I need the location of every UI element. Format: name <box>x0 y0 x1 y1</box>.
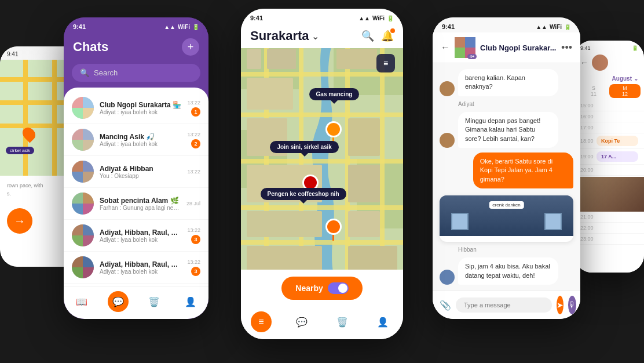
svg-rect-22 <box>247 211 322 237</box>
svg-rect-23 <box>348 211 380 237</box>
chat-badge-1: 1 <box>191 107 200 117</box>
cal-event-kopi[interactable]: Kopi Te <box>597 136 638 146</box>
phone2-nav-explore[interactable]: 📖 <box>71 291 92 312</box>
chat-time-6: 13:22 <box>187 259 200 265</box>
map-pin-1 <box>325 121 342 143</box>
phone3-map-area: ≡ Gas mancing Join sini, sirkel asik Pen… <box>241 48 403 270</box>
phone5-back-icon[interactable]: ← <box>580 58 588 67</box>
message-bubble-1: bareng kalian. Kapan enaknya? <box>458 69 558 96</box>
cal-slot-2000: 20:00 <box>575 165 644 176</box>
chat-preview-5: Adiyat : iyaa boleh kok <box>100 237 181 243</box>
phone2-nav-profile[interactable]: 👤 <box>180 291 201 312</box>
phone5-days: S 11 M 12 <box>575 84 644 98</box>
chat-info-4: Sobat pencinta Alam 🌿 Farhan : Gunung ap… <box>100 197 181 211</box>
phone3-nav-map[interactable]: ≡ <box>251 311 272 332</box>
cafe-window-2 <box>544 213 562 230</box>
msg-sender-adiyat: Adiyat <box>458 101 573 107</box>
chat-info-2: Mancing Asik 🎣 Adiyat : iyaa boleh kok <box>100 133 181 147</box>
svg-rect-17 <box>336 49 377 69</box>
chat-item-3[interactable]: Adiyat & Hibban You : Okesiapp 13:22 <box>64 156 208 188</box>
phone3-header-icons: 🔍 🔔 <box>361 30 394 42</box>
chat-item-6[interactable]: Adiyat, Hibban, Raul, Faza, Muni Adiyat … <box>64 252 208 284</box>
attachment-icon[interactable]: 📎 <box>440 300 451 311</box>
phone3-time: 9:41 <box>250 14 263 21</box>
phone3-nav-chats[interactable]: 💬 <box>291 311 312 332</box>
cal-day-m[interactable]: M 12 <box>609 84 641 98</box>
chat-info-5: Adiyat, Hibban, Raul, Faza, Muni Adiyat … <box>100 228 181 243</box>
phone3-city-selector[interactable]: Surakarta ⌄ <box>250 28 319 43</box>
chat-name-4: Sobat pencinta Alam 🌿 <box>100 197 181 205</box>
phone2-nav-groups[interactable]: 🗑️ <box>144 291 164 312</box>
search-icon: 🔍 <box>80 68 89 77</box>
phone2-search[interactable]: 🔍 Search <box>72 64 200 82</box>
phone3-nav-profile[interactable]: 👤 <box>372 311 393 332</box>
cal-slot-1800: 18:00 Kopi Te <box>575 133 644 149</box>
phone2-battery: 🔋 <box>192 24 199 30</box>
cal-day-label-m: M <box>610 85 639 91</box>
phone3-nearby-section: Nearby <box>241 270 403 307</box>
mic-button[interactable]: 🎙 <box>568 296 576 314</box>
chat-meta-1: 13:22 1 <box>187 100 200 117</box>
phone3-bottom-nav: ≡ 💬 🗑️ 👤 <box>241 307 403 339</box>
phone2-nav-chats[interactable]: 💬 <box>108 291 129 312</box>
phone-3-map: 9:41 ▲▲WiFi🔋 Surakarta ⌄ 🔍 🔔 <box>241 9 403 339</box>
chat-badge-5: 3 <box>191 235 200 244</box>
cal-event-17a[interactable]: 17 A... <box>597 151 638 162</box>
phone3-status-icons: ▲▲WiFi🔋 <box>358 15 394 21</box>
back-arrow-icon[interactable]: ← <box>441 42 450 53</box>
msg-avatar-2 <box>440 133 455 148</box>
search-icon[interactable]: 🔍 <box>361 30 374 42</box>
filter-icon[interactable]: ≡ <box>376 54 395 72</box>
message-bubble-2: Minggu depan pas banget! Gimana kalau ha… <box>458 112 558 148</box>
chat-info-6: Adiyat, Hibban, Raul, Faza, Muni Adiyat … <box>100 260 181 275</box>
svg-rect-21 <box>348 165 380 202</box>
place-card[interactable]: erenk danken Kopi Tepi Jalan (KoTeJa) 📍 … <box>440 195 573 242</box>
phone4-status-bar: 9:41 ▲▲WiFi🔋 <box>433 17 580 32</box>
phones-container: 9:41 ▲▲▲ cirkel asik rown pace, with s. … <box>0 0 644 363</box>
svg-rect-19 <box>348 118 380 156</box>
phone2-signal: ▲▲ <box>164 24 175 30</box>
chat-badge-6: 3 <box>191 267 200 276</box>
chat-item-1[interactable]: Club Ngopi Surakarta 🏪 Adiyat : iyaa bol… <box>64 92 208 124</box>
nearby-button[interactable]: Nearby <box>281 277 362 300</box>
map-bubble-2: Join sini, sirkel asik <box>270 141 339 153</box>
phone2-chat-list: Club Ngopi Surakarta 🏪 Adiyat : iyaa bol… <box>64 88 208 286</box>
chat-avatar-2 <box>72 129 94 151</box>
chat-info-3: Adiyat & Hibban You : Okesiapp <box>100 165 181 179</box>
message-row-2: Minggu depan pas banget! Gimana kalau ha… <box>440 112 573 148</box>
phone5-timeline: 15:00 16:00 17:00 18:00 Kopi Te 19:00 17… <box>575 98 644 247</box>
send-button[interactable]: ➤ <box>557 296 564 314</box>
chat-meta-3: 13:22 <box>187 169 200 175</box>
chat-preview-1: Adiyat : iyaa boleh kok <box>100 109 181 115</box>
cal-time-2300: 23:00 <box>580 236 597 242</box>
more-options-icon[interactable]: ••• <box>561 42 572 54</box>
phone2-search-placeholder: Search <box>94 68 118 77</box>
cal-time-1800: 18:00 <box>580 138 597 144</box>
message-row-1: bareng kalian. Kapan enaknya? <box>440 69 573 96</box>
phone4-chat-header: ← 4+ Club Ngopi Surakar... ••• <box>433 32 580 63</box>
chat-time-5: 13:22 <box>187 227 200 233</box>
chat-item-4[interactable]: Sobat pencinta Alam 🌿 Farhan : Gunung ap… <box>64 188 208 220</box>
phone-5-calendar: 9:41 🔋 ← August ⌄ S 11 M 12 <box>575 41 644 273</box>
message-row-3: Oke, berarti Sabtu sore di Kopi Tepi Jal… <box>440 153 573 188</box>
nearby-toggle[interactable] <box>328 282 349 294</box>
phone3-nav-delete[interactable]: 🗑️ <box>332 311 353 332</box>
chat-preview-4: Farhan : Gunung apa lagi next time? <box>100 205 181 211</box>
chat-name-3: Adiyat & Hibban <box>100 165 181 173</box>
place-card-image: erenk danken <box>440 195 573 236</box>
phone2-new-chat-button[interactable]: + <box>182 38 199 56</box>
phone1-fab[interactable]: → <box>7 208 32 234</box>
chat-badge-2: 2 <box>191 139 200 148</box>
chat-item-5[interactable]: Adiyat, Hibban, Raul, Faza, Muni Adiyat … <box>64 220 208 252</box>
cal-day-s[interactable]: S 11 <box>578 84 609 98</box>
cal-time-1900: 19:00 <box>580 154 597 159</box>
svg-rect-16 <box>247 78 293 110</box>
svg-rect-25 <box>348 246 397 270</box>
chat-item-2[interactable]: Mancing Asik 🎣 Adiyat : iyaa boleh kok 1… <box>64 124 208 156</box>
phone4-status-icons: ▲▲WiFi🔋 <box>536 24 571 30</box>
chat-avatar-5 <box>72 224 94 246</box>
chat-avatar-6 <box>72 256 94 278</box>
chat-name-1: Club Ngopi Surakarta 🏪 <box>100 101 181 109</box>
phone2-header: Chats + <box>64 32 208 61</box>
message-input[interactable] <box>456 297 552 313</box>
